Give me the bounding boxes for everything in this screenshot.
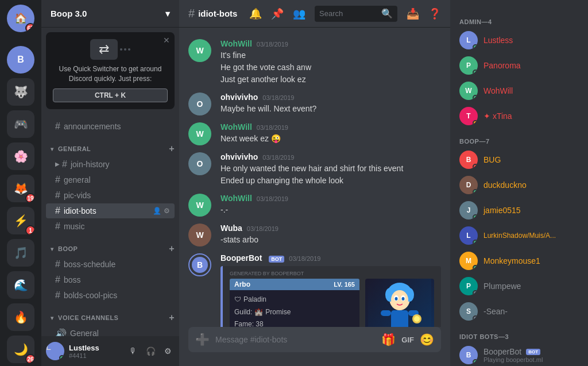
- channel-item-join-history[interactable]: ▶ # join-history: [46, 157, 175, 172]
- search-bar[interactable]: 🔍: [315, 6, 397, 22]
- qs-close-button[interactable]: ✕: [163, 36, 170, 45]
- category-general[interactable]: ▾ GENERAL +: [41, 134, 179, 156]
- member-name-lustless: Lustless: [483, 36, 513, 45]
- member-status-sean: [473, 315, 478, 321]
- msg-author-7[interactable]: BooperBot: [220, 253, 262, 263]
- category-voice[interactable]: ▾ VOICE CHANNELS +: [41, 303, 179, 325]
- stat-class: Paladin: [243, 294, 266, 306]
- hash-icon-bolds: #: [55, 290, 60, 300]
- channel-item-idiot-bots[interactable]: # idiot-bots 👤 ⚙: [46, 203, 175, 218]
- msg-author-5[interactable]: WohWill: [220, 194, 252, 203]
- msg-content-6: Wuba 03/18/2019 -stats arbo: [220, 224, 441, 246]
- member-item-booperbot[interactable]: B BooperBot BOT Playing booperbot.ml: [455, 342, 583, 366]
- msg-author-6[interactable]: Wuba: [220, 224, 242, 233]
- members-button[interactable]: 👥: [293, 7, 305, 20]
- settings-button[interactable]: ⚙: [161, 344, 175, 358]
- server-icon-5[interactable]: 🦊 19: [7, 175, 34, 202]
- help-button[interactable]: ❓: [428, 7, 441, 20]
- message-input[interactable]: [215, 335, 376, 344]
- channel-item-boss-schedule[interactable]: # boss-schedule: [46, 257, 175, 272]
- category-general-label: ▾ GENERAL: [51, 145, 91, 152]
- channel-header: # idiot-bots 🔔 📌 👥 🔍 📥 ❓: [179, 0, 450, 28]
- gif-button[interactable]: GIF: [401, 336, 414, 344]
- channel-item-bolds-cool-pics[interactable]: # bolds-cool-pics: [46, 288, 175, 303]
- server-icon-8[interactable]: 🌊: [7, 271, 34, 299]
- server-icon-4[interactable]: 🌸: [7, 142, 34, 170]
- server-header[interactable]: Boop 3.0 ▾: [41, 0, 179, 28]
- member-item-wohwill[interactable]: W WohWill: [455, 78, 583, 103]
- fame-label: Fame: 38: [234, 318, 264, 327]
- home-icon[interactable]: 🏠 67: [7, 5, 34, 32]
- msg-text-1a: It's fine: [220, 49, 441, 61]
- member-item-xtina[interactable]: T ✦ xTina: [455, 103, 583, 129]
- msg-author-1[interactable]: WohWill: [220, 39, 252, 48]
- class-icon: 🛡: [234, 294, 241, 306]
- bot-embed-7: GENERATED BY BOOPERBOT Arbo LV. 165 🛡 Pa…: [220, 266, 441, 327]
- msg-author-2[interactable]: ohvivivho: [220, 93, 258, 102]
- member-item-bug[interactable]: B BUG: [455, 147, 583, 172]
- member-avatar-wohwill: W: [459, 82, 478, 100]
- member-item-plumpewe[interactable]: P Plumpewe: [455, 273, 583, 299]
- category-add-general[interactable]: +: [169, 144, 175, 154]
- member-item-duckduckno[interactable]: D duckduckno: [455, 172, 583, 198]
- bot-tag-7: BOT: [269, 256, 284, 263]
- gift-button[interactable]: 🎁: [381, 333, 396, 346]
- server-icon-9[interactable]: 🔥: [7, 303, 34, 331]
- msg-header-7: BooperBot BOT 03/18/2019: [220, 253, 441, 263]
- pin-button[interactable]: 📌: [271, 7, 284, 20]
- member-item-lustless[interactable]: L Lustless: [455, 28, 583, 53]
- channel-item-boss[interactable]: # boss: [46, 272, 175, 287]
- member-category-idiot-bots: IDIOT BOTS—3: [455, 324, 583, 342]
- qs-dots: [120, 48, 130, 51]
- svg-point-10: [395, 297, 398, 300]
- hash-icon-pic-vids: #: [55, 190, 60, 201]
- channel-item-general-voice[interactable]: 🔊 General: [46, 326, 175, 336]
- member-item-panoroma[interactable]: P Panoroma: [455, 53, 583, 78]
- qs-description: Use Quick Switcher to get around Discord…: [53, 64, 168, 84]
- message-group-2: O ohvivivho 03/18/2019 Maybe he will. Ne…: [179, 90, 450, 118]
- category-add-boop[interactable]: +: [169, 244, 175, 254]
- server-icon-7[interactable]: 🎵: [7, 239, 34, 267]
- server-icon-3[interactable]: 🎮: [7, 110, 34, 138]
- msg-avatar-4: O: [188, 152, 211, 175]
- member-icon: 👤: [153, 207, 161, 215]
- channel-name-announcements: announcements: [64, 122, 121, 131]
- hash-icon-idiot-bots: #: [55, 206, 60, 216]
- embed-char-name: Arbo: [234, 280, 250, 288]
- member-status-panoroma: [473, 70, 478, 75]
- add-attachment-button[interactable]: ➕: [195, 333, 210, 346]
- category-add-voice[interactable]: +: [169, 313, 175, 323]
- category-boop-label: ▾ BOOP: [51, 245, 78, 252]
- member-name-plumpewe: Plumpewe: [483, 282, 521, 291]
- member-item-jamie0515[interactable]: J jamie0515: [455, 198, 583, 223]
- inbox-button[interactable]: 📥: [407, 7, 419, 20]
- category-boop[interactable]: ▾ BOOP +: [41, 234, 179, 256]
- msg-author-3[interactable]: WohWill: [220, 122, 252, 132]
- message-group-5: W WohWill 03/18/2019 -.-: [179, 191, 450, 219]
- channel-item-music[interactable]: # music: [46, 219, 175, 234]
- server-icon-6[interactable]: ⚡ 1: [7, 207, 34, 234]
- notification-button[interactable]: 🔔: [249, 7, 262, 20]
- qs-shortcut: CTRL + K: [53, 88, 168, 102]
- mute-button[interactable]: 🎙: [126, 344, 140, 358]
- channel-item-pic-vids[interactable]: # pic-vids: [46, 188, 175, 203]
- member-name-monkeymouse1: Monkeymouse1: [483, 256, 540, 265]
- server-icon-10[interactable]: 🌙 26: [7, 336, 34, 363]
- server-icon-2[interactable]: 🐺: [7, 78, 34, 106]
- embed-generated-by: GENERATED BY BOOPERBOT: [230, 271, 434, 276]
- settings-icon[interactable]: ⚙: [164, 207, 170, 215]
- member-item-monkeymouse1[interactable]: M Monkeymouse1: [455, 248, 583, 273]
- emoji-button[interactable]: 😊: [420, 333, 434, 346]
- server-dropdown-icon: ▾: [165, 9, 170, 19]
- member-item-lurkinshadow[interactable]: L LurkinShadow/Muis/A...: [455, 223, 583, 248]
- server-icon-1[interactable]: B: [7, 46, 34, 74]
- member-item-sean[interactable]: S -Sean-: [455, 299, 583, 324]
- channel-item-announcements[interactable]: # announcements: [46, 119, 175, 134]
- member-status-xtina: [473, 120, 478, 125]
- deafen-button[interactable]: 🎧: [144, 344, 157, 358]
- msg-timestamp-7: 03/18/2019: [289, 255, 320, 262]
- msg-author-4[interactable]: ohvivivho: [220, 152, 258, 161]
- search-input[interactable]: [319, 9, 378, 18]
- channel-item-general[interactable]: # general: [46, 172, 175, 187]
- msg-timestamp-1: 03/18/2019: [257, 41, 288, 48]
